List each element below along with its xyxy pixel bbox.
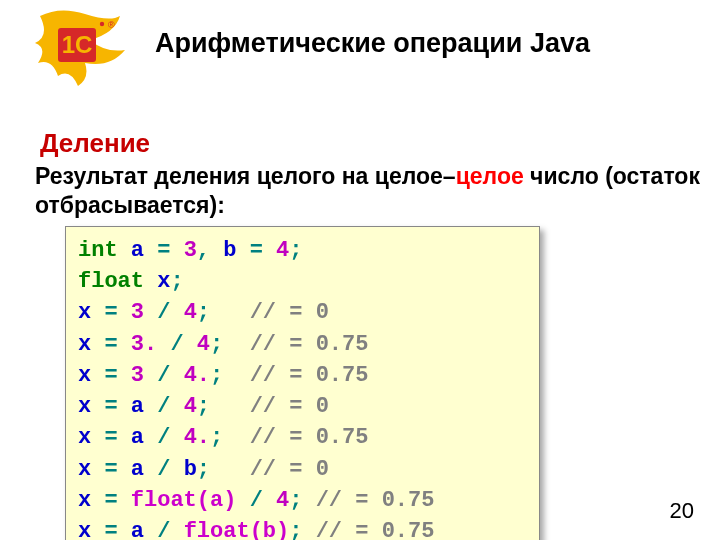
code-op: / [144,394,184,419]
code-op: / [144,519,184,540]
code-id: b [184,457,197,482]
code-num: 4 [197,332,210,357]
code-op: = [91,332,131,357]
code-op: ; [197,457,210,482]
code-id: a [131,457,144,482]
code-id: a [131,394,144,419]
code-op: , [197,238,223,263]
code-cast: float(b) [184,519,290,540]
code-id: x [78,425,91,450]
code-id: x [78,488,91,513]
code-pad [223,425,249,450]
code-id: x [78,519,91,540]
logo-1c: 1C ® [30,8,130,88]
code-op: = [91,488,131,513]
code-op: ; [210,425,223,450]
code-op: ; [170,269,183,294]
code-op: ; [289,519,302,540]
code-op: / [144,457,184,482]
code-id: a [131,519,144,540]
code-comment: // = 0 [250,457,329,482]
code-pad [210,394,250,419]
code-comment: // = 0.75 [316,519,435,540]
desc-highlight: целое [456,163,524,189]
code-comment: // = 0.75 [250,363,369,388]
code-op: ; [197,300,210,325]
code-id: x [78,394,91,419]
code-num: 4 [184,300,197,325]
svg-text:1C: 1C [62,31,93,58]
code-num: 3. [131,332,157,357]
code-pad [302,519,315,540]
code-op: / [144,425,184,450]
code-keyword: float [78,269,144,294]
code-id: x [78,457,91,482]
svg-point-2 [100,22,104,26]
section-heading: Деление [40,128,150,159]
code-num: 4. [184,425,210,450]
code-comment: // = 0.75 [250,425,369,450]
code-cast: float(a) [131,488,237,513]
code-pad [302,488,315,513]
code-pad [210,300,250,325]
code-id: a [131,238,144,263]
code-op: ; [197,394,210,419]
desc-part1: Результат деления целого на целое– [35,163,456,189]
code-num: 4 [276,238,289,263]
code-op: ; [289,488,302,513]
code-id: x [78,300,91,325]
code-num: 3 [131,363,144,388]
code-num: 4 [184,394,197,419]
code-op: = [91,457,131,482]
code-op: = [91,300,131,325]
code-comment: // = 0 [250,394,329,419]
code-id: b [223,238,236,263]
code-num: 4 [276,488,289,513]
code-id: x [78,332,91,357]
code-num: 4. [184,363,210,388]
code-num: 3 [184,238,197,263]
code-op: ; [210,363,223,388]
code-op: / [144,363,184,388]
code-keyword: int [78,238,118,263]
code-num: 3 [131,300,144,325]
code-op: = [144,238,184,263]
code-pad [223,332,249,357]
code-pad [223,363,249,388]
code-op: = [236,238,276,263]
code-op: / [144,300,184,325]
code-id: a [131,425,144,450]
code-id: x [78,363,91,388]
code-op: = [91,519,131,540]
code-comment: // = 0.75 [250,332,369,357]
page-number: 20 [670,498,694,524]
slide-title: Арифметические операции Java [155,28,590,59]
description-text: Результат деления целого на целое–целое … [35,162,720,220]
code-op: = [91,363,131,388]
code-op: / [157,332,197,357]
code-comment: // = 0.75 [316,488,435,513]
code-op: / [236,488,276,513]
code-op: ; [210,332,223,357]
svg-text:®: ® [108,20,115,30]
code-block: int a = 3, b = 4; float x; x = 3 / 4; //… [65,226,540,540]
code-op: = [91,394,131,419]
code-op: = [91,425,131,450]
code-pad [210,457,250,482]
code-op: ; [289,238,302,263]
code-id: x [157,269,170,294]
code-comment: // = 0 [250,300,329,325]
